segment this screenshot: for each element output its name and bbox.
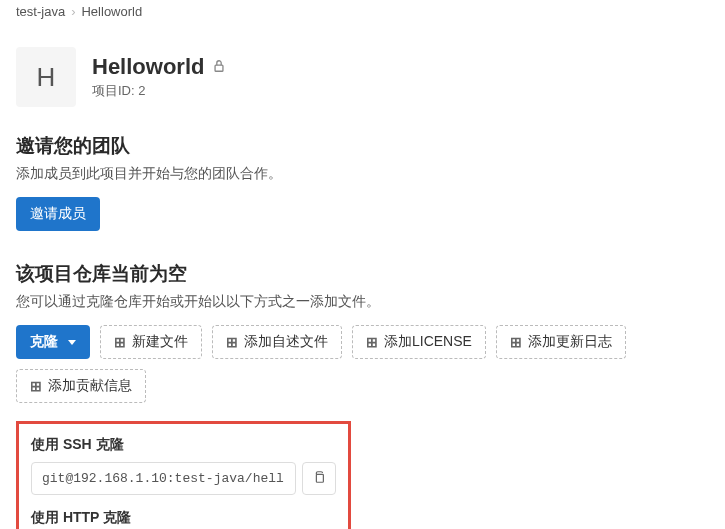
clone-http-label: 使用 HTTP 克隆 xyxy=(31,509,336,527)
chevron-down-icon xyxy=(68,340,76,345)
chevron-right-icon: › xyxy=(71,4,75,19)
plus-icon: ⊞ xyxy=(510,334,522,350)
plus-icon: ⊞ xyxy=(114,334,126,350)
new-file-button[interactable]: ⊞ 新建文件 xyxy=(100,325,202,359)
breadcrumb-project[interactable]: Helloworld xyxy=(81,4,142,19)
add-contributing-button[interactable]: ⊞ 添加贡献信息 xyxy=(16,369,146,403)
clipboard-icon xyxy=(312,470,326,487)
add-changelog-label: 添加更新日志 xyxy=(528,333,612,351)
add-readme-button[interactable]: ⊞ 添加自述文件 xyxy=(212,325,342,359)
lock-icon xyxy=(212,59,226,76)
clone-ssh-input[interactable] xyxy=(31,462,296,495)
new-file-label: 新建文件 xyxy=(132,333,188,351)
plus-icon: ⊞ xyxy=(30,378,42,394)
action-button-row: 克隆 ⊞ 新建文件 ⊞ 添加自述文件 ⊞ 添加LICENSE ⊞ 添加更新日志 … xyxy=(16,325,709,403)
empty-repo-heading: 该项目仓库当前为空 xyxy=(16,261,709,287)
clone-button[interactable]: 克隆 xyxy=(16,325,90,359)
add-changelog-button[interactable]: ⊞ 添加更新日志 xyxy=(496,325,626,359)
plus-icon: ⊞ xyxy=(366,334,378,350)
copy-ssh-button[interactable] xyxy=(302,462,336,495)
avatar: H xyxy=(16,47,76,107)
plus-icon: ⊞ xyxy=(226,334,238,350)
clone-ssh-label: 使用 SSH 克隆 xyxy=(31,436,336,454)
clone-button-label: 克隆 xyxy=(30,333,58,351)
invite-heading: 邀请您的团队 xyxy=(16,133,709,159)
add-license-label: 添加LICENSE xyxy=(384,333,472,351)
project-id-label: 项目ID: 2 xyxy=(92,82,226,100)
page-title: Helloworld xyxy=(92,54,204,80)
clone-dropdown-panel: 使用 SSH 克隆 使用 HTTP 克隆 xyxy=(16,421,351,529)
svg-rect-0 xyxy=(216,65,224,71)
invite-desc: 添加成员到此项目并开始与您的团队合作。 xyxy=(16,165,709,183)
empty-repo-desc: 您可以通过克隆仓库开始或开始以以下方式之一添加文件。 xyxy=(16,293,709,311)
breadcrumb: test-java › Helloworld xyxy=(16,0,709,29)
add-license-button[interactable]: ⊞ 添加LICENSE xyxy=(352,325,486,359)
project-header: H Helloworld 项目ID: 2 xyxy=(16,47,709,107)
add-readme-label: 添加自述文件 xyxy=(244,333,328,351)
invite-members-button[interactable]: 邀请成员 xyxy=(16,197,100,231)
breadcrumb-group[interactable]: test-java xyxy=(16,4,65,19)
svg-rect-1 xyxy=(316,474,323,482)
add-contributing-label: 添加贡献信息 xyxy=(48,377,132,395)
